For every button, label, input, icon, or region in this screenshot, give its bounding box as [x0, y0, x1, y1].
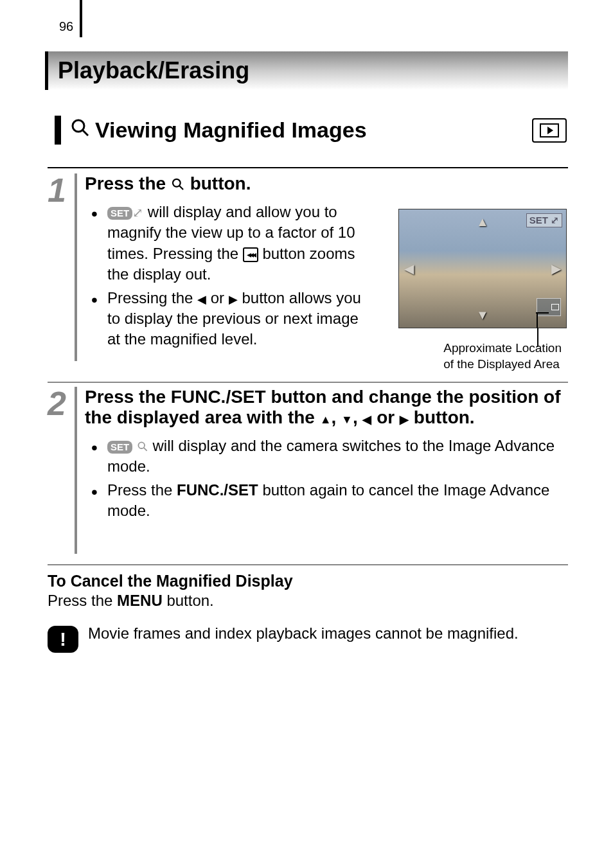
svg-point-0 [73, 120, 84, 132]
caption-line-1: Approximate Location [443, 341, 562, 357]
cancel-text: Press the MENU button. [48, 592, 568, 610]
arrow-down-icon [341, 407, 353, 427]
section-header: Viewing Magnified Images [55, 116, 568, 145]
step-1-bullet-2: Pressing the or button allows you to dis… [91, 288, 361, 350]
cancel-section: To Cancel the Magnified Display Press th… [48, 572, 568, 610]
step2-b2-bold: FUNC./SET [177, 481, 258, 499]
step1-title-suffix: button. [185, 173, 251, 193]
section-divider [48, 167, 568, 168]
note-section: ! Movie frames and index playback images… [48, 623, 568, 653]
magnify-icon [137, 441, 148, 452]
arrow-right-icon [229, 289, 238, 306]
section-accent-bar [55, 116, 61, 145]
step-1-title: Press the button. [85, 173, 568, 194]
note-text: Movie frames and index playback images c… [88, 623, 519, 644]
caption-connector-h [536, 312, 549, 314]
step2-b2-prefix: Press the [107, 481, 177, 499]
step2-title-mid1: , [331, 407, 341, 427]
step2-title-suffix: button. [409, 407, 475, 427]
step-1-bar [75, 173, 77, 361]
step-2-bullets: SET will display and the camera switches… [85, 436, 568, 522]
cancel-prefix: Press the [48, 592, 117, 609]
step1-b2-prefix: Pressing the [107, 289, 197, 306]
step1-title-prefix: Press the [85, 173, 171, 193]
section-title: Viewing Magnified Images [95, 118, 367, 143]
step2-title-mid3: or [371, 407, 400, 427]
arrow-up-icon [320, 407, 332, 427]
step-1-bullets: SET ⤢ will display and allow you to magn… [85, 202, 361, 350]
svg-point-4 [138, 442, 145, 448]
image-arrow-up-icon: ▲ [476, 215, 489, 229]
cancel-bold: MENU [117, 592, 163, 609]
step-2-bullet-1: SET will display and the camera switches… [91, 436, 568, 477]
step-2-bullet-2: Press the FUNC./SET button again to canc… [91, 480, 568, 522]
step-2-number: 2 [48, 387, 71, 554]
arrow-left-icon [362, 407, 371, 427]
zoom-move-icon: ⤢ [132, 204, 143, 222]
image-set-overlay-icon: SET ⤢ [526, 213, 562, 227]
caption-line-2: of the Displayed Area [443, 357, 562, 373]
image-arrow-right-icon: ▶ [551, 261, 561, 276]
step-divider-2 [48, 564, 568, 565]
magnify-icon [71, 118, 90, 142]
playback-mode-icon [532, 118, 567, 143]
svg-point-2 [173, 179, 181, 187]
arrow-right-icon [400, 407, 409, 427]
step-2-content: Press the FUNC./SET button and change th… [85, 387, 568, 554]
set-badge-icon: SET [107, 441, 132, 454]
chapter-title: Playback/Erasing [58, 57, 249, 84]
step-2-title: Press the FUNC./SET button and change th… [85, 387, 568, 428]
image-arrow-left-icon: ◀ [404, 261, 414, 276]
step1-b2-mid: or [206, 289, 229, 306]
cancel-suffix: button. [163, 592, 214, 609]
svg-line-3 [179, 186, 183, 190]
step-1-example-image: SET ⤢ ◀ ▶ ▲ ▼ [398, 209, 567, 328]
wide-button-icon [243, 247, 258, 262]
step-divider-1 [48, 382, 568, 383]
svg-line-5 [144, 448, 147, 451]
playback-inner-icon [540, 123, 559, 137]
image-caption: Approximate Location of the Displayed Ar… [443, 341, 562, 372]
step-1-number: 1 [48, 173, 71, 361]
page-number: 96 [59, 19, 73, 34]
step2-title-mid2: , [353, 407, 363, 427]
step-1-bullet-1: SET ⤢ will display and allow you to magn… [91, 202, 361, 285]
warning-icon: ! [48, 626, 78, 653]
magnify-icon [171, 177, 185, 191]
chapter-header: Playback/Erasing [45, 51, 568, 90]
play-triangle-icon [547, 127, 553, 134]
svg-line-1 [83, 130, 88, 136]
cancel-title: To Cancel the Magnified Display [48, 572, 568, 590]
step-2: 2 Press the FUNC./SET button and change … [48, 387, 568, 554]
step-2-bar [75, 387, 77, 554]
minimap-marker-icon [551, 304, 559, 310]
image-arrow-down-icon: ▼ [476, 308, 489, 323]
step2-b1-text: will display and the camera switches to … [107, 437, 555, 475]
arrow-left-icon [197, 289, 206, 306]
set-badge-icon: SET [107, 207, 132, 220]
top-divider [80, 0, 82, 37]
